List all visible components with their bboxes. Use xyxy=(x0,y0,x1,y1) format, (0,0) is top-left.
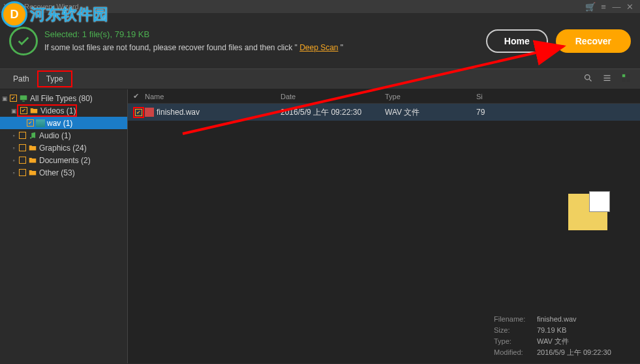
home-button[interactable]: Home xyxy=(486,29,548,53)
col-size[interactable]: Si xyxy=(476,93,515,100)
tree-label: wav (1) xyxy=(47,119,72,128)
svg-rect-7 xyxy=(22,100,25,101)
hint-after: " xyxy=(339,43,344,52)
tree-label: Graphics (24) xyxy=(39,144,87,153)
hint-before: If some lost files are not found, please… xyxy=(44,43,299,52)
tab-type[interactable]: Type xyxy=(37,70,72,87)
tree-all-types[interactable]: ▣ ✔ All File Types (80) xyxy=(0,92,127,104)
tree-label: Documents (2) xyxy=(39,156,91,165)
tree-label: Videos (1) xyxy=(40,106,76,115)
tree-label: All File Types (80) xyxy=(30,94,93,103)
file-type-icon xyxy=(145,108,154,117)
preview-thumbnail xyxy=(549,194,627,272)
checkbox[interactable] xyxy=(19,169,26,176)
file-list: ✔ Name Date Type Si ✔ finished.wav 2016/… xyxy=(128,89,640,363)
tree-label: Audio (1) xyxy=(39,131,71,140)
checkbox[interactable] xyxy=(19,132,26,139)
hint-text: If some lost files are not found, please… xyxy=(44,43,486,52)
watermark-overlay: D 河东软件园 xyxy=(1,1,108,27)
checkbox[interactable] xyxy=(19,157,26,164)
watermark-text: 河东软件园 xyxy=(30,4,108,25)
file-list-header: ✔ Name Date Type Si xyxy=(128,89,640,104)
tree-videos[interactable]: ▣ ✔ Videos (1) xyxy=(0,104,127,117)
expand-icon[interactable]: ▫ xyxy=(10,157,17,164)
file-checkbox[interactable]: ✔ xyxy=(135,109,142,116)
status-check-icon xyxy=(9,27,38,55)
tree-label: Other (53) xyxy=(39,168,75,177)
file-size: 79 xyxy=(476,108,515,117)
thumb-view-icon[interactable] xyxy=(621,73,631,85)
search-icon[interactable] xyxy=(583,73,593,85)
checkbox[interactable]: ✔ xyxy=(10,95,17,102)
expand-icon[interactable]: ▫ xyxy=(10,132,17,139)
info-type-label: Type: xyxy=(494,336,537,347)
info-modified-label: Modified: xyxy=(494,347,537,358)
recover-button[interactable]: Recover xyxy=(556,29,631,53)
selected-summary: Selected: 1 file(s), 79.19 KB xyxy=(44,29,486,39)
info-size-value: 79.19 KB xyxy=(537,326,566,334)
select-all-checkbox[interactable]: ✔ xyxy=(133,92,139,100)
view-toolbar: Path Type xyxy=(0,68,640,89)
folder-icon xyxy=(28,144,37,153)
file-name: finished.wav xyxy=(157,108,200,117)
main-area: ▣ ✔ All File Types (80) ▣ ✔ Videos (1) ✔… xyxy=(0,89,640,363)
col-date[interactable]: Date xyxy=(281,93,385,100)
thumbnail-icon xyxy=(568,194,607,230)
svg-point-9 xyxy=(34,136,35,138)
svg-rect-6 xyxy=(20,95,27,100)
file-row[interactable]: ✔ finished.wav 2016/5/9 上午 09:22:30 WAV … xyxy=(128,104,640,121)
watermark-logo-icon: D xyxy=(1,1,27,27)
monitor-icon xyxy=(19,94,28,103)
category-tree: ▣ ✔ All File Types (80) ▣ ✔ Videos (1) ✔… xyxy=(0,89,128,363)
menu-icon[interactable]: ≡ xyxy=(597,2,610,12)
svg-point-8 xyxy=(30,137,31,138)
info-filename-label: Filename: xyxy=(494,314,537,325)
svg-rect-3 xyxy=(627,74,630,76)
collapse-icon[interactable]: ▣ xyxy=(10,108,17,114)
wav-icon xyxy=(36,119,45,127)
info-filename-value: finished.wav xyxy=(537,315,577,323)
svg-line-1 xyxy=(589,79,591,81)
checkbox[interactable]: ✔ xyxy=(27,119,34,127)
collapse-icon[interactable]: ▣ xyxy=(1,95,8,102)
folder-icon xyxy=(28,156,37,165)
info-size-label: Size: xyxy=(494,325,537,336)
tree-audio[interactable]: ▫ Audio (1) xyxy=(0,129,127,142)
checkbox[interactable] xyxy=(19,144,26,151)
tree-documents[interactable]: ▫ Documents (2) xyxy=(0,154,127,166)
folder-icon xyxy=(29,106,38,115)
svg-rect-2 xyxy=(622,74,625,76)
file-date: 2016/5/9 上午 09:22:30 xyxy=(281,107,385,118)
col-name[interactable]: Name xyxy=(145,93,281,100)
checkbox[interactable]: ✔ xyxy=(20,107,27,114)
svg-point-0 xyxy=(585,74,590,80)
expand-icon[interactable]: ▫ xyxy=(10,170,17,176)
file-info-panel: Filename:finished.wav Size:79.19 KB Type… xyxy=(490,310,640,363)
info-modified-value: 2016/5/9 上午 09:22:30 xyxy=(537,348,611,356)
folder-icon xyxy=(28,168,37,177)
svg-rect-5 xyxy=(627,78,630,81)
info-type-value: WAV 文件 xyxy=(537,337,569,345)
svg-rect-4 xyxy=(622,78,625,81)
tree-wav[interactable]: ✔ wav (1) xyxy=(0,117,127,129)
tree-other[interactable]: ▫ Other (53) xyxy=(0,166,127,179)
deep-scan-link[interactable]: Deep Scan xyxy=(299,43,338,52)
tab-path[interactable]: Path xyxy=(5,72,37,86)
file-type: WAV 文件 xyxy=(385,107,476,118)
tree-graphics[interactable]: ▫ Graphics (24) xyxy=(0,142,127,154)
list-view-icon[interactable] xyxy=(602,73,612,85)
close-icon[interactable]: ✕ xyxy=(623,2,636,12)
cart-icon[interactable]: 🛒 xyxy=(584,2,597,12)
minimize-icon[interactable]: — xyxy=(610,2,623,12)
col-type[interactable]: Type xyxy=(385,93,476,100)
music-icon xyxy=(28,131,37,140)
expand-icon[interactable]: ▫ xyxy=(10,145,17,151)
